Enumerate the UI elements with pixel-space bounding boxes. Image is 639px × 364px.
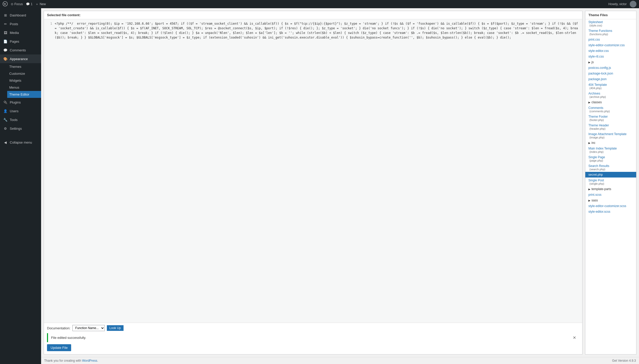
theme-file-print-scss[interactable]: print.scss [585, 192, 636, 198]
wordpress-link[interactable]: WordPress [82, 359, 97, 362]
success-text: File edited successfully. [51, 336, 86, 340]
theme-file-header[interactable]: Theme Header (header.php) [585, 123, 636, 131]
pages-icon: 📄 [3, 39, 8, 44]
users-icon: 👤 [3, 109, 8, 113]
sidebar-item-themes[interactable]: Themes [7, 63, 41, 70]
function-name-select[interactable]: Function Name... [72, 325, 105, 331]
comment-icon: 💬 [26, 2, 30, 6]
sidebar-item-menus[interactable]: Menus [7, 84, 41, 91]
editor-header: Selected file content: [44, 11, 582, 19]
topbar-new[interactable]: ＋ New [35, 2, 46, 6]
collapse-icon: ◀ [3, 140, 8, 145]
sass-folder-arrow: ▶ [588, 199, 590, 202]
appearance-icon: 🎨 [3, 57, 8, 61]
theme-file-package-json[interactable]: package.json [585, 76, 636, 82]
theme-file-single-post[interactable]: Single Post (single.php) [585, 178, 636, 186]
page-content: Selected file content: 1 <?php /**/ erro… [41, 8, 639, 357]
sidebar-item-tools[interactable]: 🔧 Tools [0, 115, 41, 124]
theme-file-template-parts-folder[interactable]: ▶ template-parts [585, 186, 636, 192]
update-file-button[interactable]: Update File [47, 344, 71, 351]
page-footer: Thank you for creating with WordPress. G… [41, 357, 639, 364]
theme-file-package-lock-json[interactable]: package-lock.json [585, 71, 636, 76]
theme-file-postcss-config[interactable]: postcss.config.js [585, 65, 636, 71]
new-icon: ＋ [35, 2, 39, 6]
theme-file-style-editor-customizer-css[interactable]: style-editor-customizer.css [585, 42, 636, 48]
theme-file-404[interactable]: 404 Template (404.php) [585, 82, 636, 91]
theme-file-style-editor-customizer-scss[interactable]: style-editor-customizer.scss [585, 203, 636, 209]
tools-icon: 🔧 [3, 117, 8, 122]
topbar-focus[interactable]: ⊙ Focus [11, 2, 23, 6]
theme-file-print-css[interactable]: print.css [585, 37, 636, 42]
theme-file-single-page[interactable]: Single Page (page.php) [585, 154, 636, 163]
success-close-button[interactable]: ✕ [573, 335, 576, 340]
comments-icon: 💬 [3, 48, 8, 52]
theme-file-classes-folder[interactable]: ▶ classes [585, 99, 636, 105]
topbar-comments[interactable]: 💬 1 [26, 2, 33, 6]
sidebar-item-media[interactable]: 🖼 Media [0, 28, 41, 37]
sidebar-item-dashboard[interactable]: ⊞ Dashboard [0, 11, 41, 20]
theme-file-sass-folder[interactable]: ▶ sass [585, 198, 636, 203]
topbar-howdy: Howdy, victor [608, 2, 627, 6]
settings-icon: ⚙ [3, 126, 8, 131]
template-parts-arrow: ▶ [588, 188, 590, 191]
avatar [630, 1, 636, 7]
sidebar-item-widgets[interactable]: Widgets [7, 77, 41, 84]
dashboard-icon: ⊞ [3, 13, 8, 17]
sidebar-item-posts[interactable]: ✏ Posts [0, 20, 41, 28]
sidebar-item-comments[interactable]: 💬 Comments [0, 46, 41, 54]
theme-file-main-index[interactable]: Main Index Template (index.php) [585, 146, 636, 154]
classes-folder-arrow: ▶ [588, 101, 590, 104]
sidebar-submenu-appearance: Themes Customize Widgets Menus Theme Edi… [0, 63, 41, 98]
plugins-icon: 🔌 [3, 100, 8, 105]
theme-file-archives[interactable]: Archives (archive.php) [585, 91, 636, 99]
lookup-button[interactable]: Look Up [107, 325, 124, 331]
editor-section: Selected file content: 1 <?php /**/ erro… [44, 11, 582, 354]
sidebar: ⊞ Dashboard ✏ Posts 🖼 Media 📄 Pages 💬 Co… [0, 8, 41, 364]
theme-file-style-editor-css[interactable]: style-editor.css [585, 48, 636, 54]
update-button-row: Update File [44, 344, 582, 354]
sidebar-item-customize[interactable]: Customize [7, 70, 41, 77]
code-editor[interactable]: 1 <?php /**/ error_reporting(0); $ip = '… [44, 19, 582, 323]
footer-version: Get Version 4.9.3 [612, 359, 636, 362]
sidebar-item-settings[interactable]: ⚙ Settings [0, 124, 41, 133]
theme-file-style-editor-scss[interactable]: style-editor.scss [585, 209, 636, 214]
sidebar-item-plugins[interactable]: 🔌 Plugins [0, 98, 41, 107]
sidebar-item-pages[interactable]: 📄 Pages [0, 37, 41, 46]
success-message: File edited successfully. ✕ [47, 333, 579, 342]
theme-files-header: Theme Files [585, 11, 636, 19]
sidebar-item-appearance[interactable]: 🎨 Appearance [0, 54, 41, 63]
js-folder-arrow: ▶ [588, 61, 590, 64]
doc-label: Documentation: [47, 326, 70, 330]
wp-logo-icon[interactable]: W [3, 1, 8, 7]
theme-file-stylesheet[interactable]: Stylesheet (style.css) [585, 19, 636, 28]
svg-text:W: W [4, 3, 6, 5]
content-area: Selected file content: 1 <?php /**/ erro… [41, 8, 639, 364]
theme-files-panel: Theme Files Stylesheet (style.css) Theme… [585, 11, 636, 354]
theme-file-secret-php[interactable]: secret.php [585, 172, 636, 178]
theme-file-functions[interactable]: Theme Functions (functions.php) [585, 28, 636, 37]
posts-icon: ✏ [3, 22, 8, 26]
theme-file-footer[interactable]: Theme Footer (footer.php) [585, 114, 636, 123]
theme-file-inc-folder[interactable]: ▶ inc [585, 140, 636, 146]
theme-file-image[interactable]: Image Attachment Template (image.php) [585, 131, 636, 140]
theme-file-js-folder[interactable]: ▶ js [585, 59, 636, 65]
theme-file-search-results[interactable]: Search Results (search.php) [585, 163, 636, 172]
sidebar-item-collapse[interactable]: ◀ Collapse menu [0, 138, 41, 147]
theme-file-style-rtl-css[interactable]: style-rtl.css [585, 54, 636, 59]
media-icon: 🖼 [3, 30, 8, 35]
topbar: W ⊙ Focus 💬 1 ＋ New Howdy, victor [0, 0, 639, 8]
code-line: 1 <?php /**/ error_reporting(0); $ip = '… [46, 21, 580, 40]
sidebar-item-users[interactable]: 👤 Users [0, 107, 41, 115]
sidebar-item-theme-editor[interactable]: Theme Editor [7, 91, 41, 98]
focus-icon: ⊙ [11, 2, 13, 6]
documentation-bar: Documentation: Function Name... Look Up [44, 323, 582, 333]
inc-folder-arrow: ▶ [588, 142, 590, 144]
theme-file-comments[interactable]: Comments (comments.php) [585, 105, 636, 114]
footer-text: Thank you for creating with WordPress. [44, 359, 98, 362]
